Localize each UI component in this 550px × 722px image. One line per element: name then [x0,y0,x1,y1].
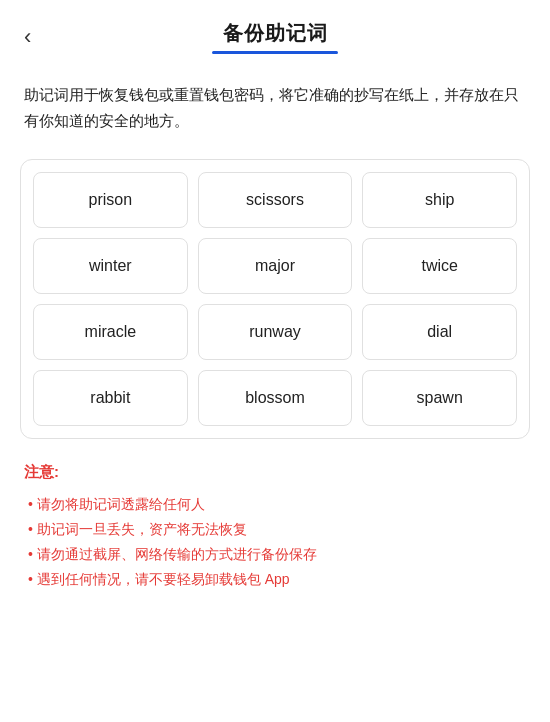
mnemonic-cell: dial [362,304,517,360]
header: ‹ 备份助记词 [0,0,550,64]
notice-item: 请勿将助记词透露给任何人 [24,492,526,517]
notice-title: 注意: [24,463,526,482]
mnemonic-cell: spawn [362,370,517,426]
title-underline-decoration [212,51,338,54]
mnemonic-cell: major [198,238,353,294]
mnemonic-cell: miracle [33,304,188,360]
mnemonic-cell: twice [362,238,517,294]
notice-section: 注意: 请勿将助记词透露给任何人助记词一旦丢失，资产将无法恢复请勿通过截屏、网络… [0,463,550,593]
mnemonic-cell: scissors [198,172,353,228]
notice-item: 遇到任何情况，请不要轻易卸载钱包 App [24,567,526,592]
mnemonic-cell: rabbit [33,370,188,426]
mnemonic-grid: prisonscissorsshipwintermajortwicemiracl… [33,172,517,426]
title-wrapper: 备份助记词 [223,20,328,54]
mnemonic-cell: ship [362,172,517,228]
mnemonic-cell: prison [33,172,188,228]
notice-item: 助记词一旦丢失，资产将无法恢复 [24,517,526,542]
mnemonic-cell: runway [198,304,353,360]
notice-list: 请勿将助记词透露给任何人助记词一旦丢失，资产将无法恢复请勿通过截屏、网络传输的方… [24,492,526,593]
page-title: 备份助记词 [223,20,328,47]
description-text: 助记词用于恢复钱包或重置钱包密码，将它准确的抄写在纸上，并存放在只有你知道的安全… [0,64,550,135]
notice-item: 请勿通过截屏、网络传输的方式进行备份保存 [24,542,526,567]
mnemonic-grid-wrapper: prisonscissorsshipwintermajortwicemiracl… [20,159,530,439]
mnemonic-cell: winter [33,238,188,294]
mnemonic-cell: blossom [198,370,353,426]
back-button[interactable]: ‹ [24,26,31,48]
